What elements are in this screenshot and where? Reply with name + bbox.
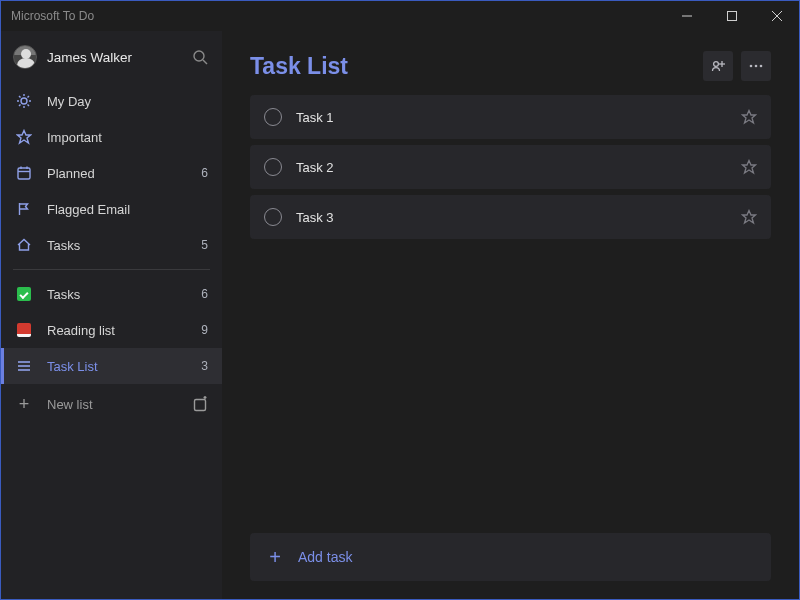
minimize-button[interactable] <box>664 1 709 31</box>
complete-checkbox[interactable] <box>264 108 282 126</box>
plus-icon: + <box>15 394 33 415</box>
svg-rect-16 <box>18 168 30 179</box>
add-task-label: Add task <box>298 549 352 565</box>
svg-point-4 <box>194 51 204 61</box>
sidebar-item-count: 6 <box>201 166 208 180</box>
sidebar-item-label: Tasks <box>47 238 187 253</box>
more-button[interactable] <box>741 51 771 81</box>
sidebar-item-important[interactable]: Important <box>1 119 222 155</box>
main-panel: Task List Task 1Task 2Task 3 + Ad <box>222 31 799 599</box>
sidebar-item-label: Tasks <box>47 287 187 302</box>
green-square-icon <box>15 285 33 303</box>
svg-line-14 <box>28 96 30 98</box>
star-icon[interactable] <box>741 209 757 225</box>
sidebar-item-count: 9 <box>201 323 208 337</box>
svg-point-6 <box>21 98 27 104</box>
profile-name: James Walker <box>47 50 182 65</box>
share-button[interactable] <box>703 51 733 81</box>
star-icon[interactable] <box>741 159 757 175</box>
calendar-icon <box>15 164 33 182</box>
task-row[interactable]: Task 3 <box>250 195 771 239</box>
add-task-button[interactable]: + Add task <box>250 533 771 581</box>
star-icon[interactable] <box>741 109 757 125</box>
close-button[interactable] <box>754 1 799 31</box>
new-group-icon[interactable] <box>192 395 210 413</box>
search-icon[interactable] <box>192 49 208 65</box>
sidebar-item-count: 5 <box>201 238 208 252</box>
svg-marker-33 <box>743 111 756 124</box>
sidebar-item-label: Important <box>47 130 194 145</box>
svg-point-27 <box>714 62 719 67</box>
window-title: Microsoft To Do <box>11 9 94 23</box>
svg-point-30 <box>750 65 753 68</box>
task-row[interactable]: Task 1 <box>250 95 771 139</box>
svg-line-13 <box>19 105 21 107</box>
svg-line-12 <box>28 105 30 107</box>
svg-rect-24 <box>195 400 206 411</box>
sun-icon <box>15 92 33 110</box>
maximize-button[interactable] <box>709 1 754 31</box>
task-label: Task 3 <box>296 210 727 225</box>
sidebar-item-flagged-email[interactable]: Flagged Email <box>1 191 222 227</box>
sidebar-item-label: My Day <box>47 94 194 109</box>
page-title[interactable]: Task List <box>250 53 703 80</box>
svg-rect-1 <box>727 12 736 21</box>
flag-icon <box>15 200 33 218</box>
new-list-button[interactable]: + New list <box>1 384 222 424</box>
task-row[interactable]: Task 2 <box>250 145 771 189</box>
complete-checkbox[interactable] <box>264 208 282 226</box>
list-icon <box>15 357 33 375</box>
sidebar: James Walker My DayImportantPlanned6Flag… <box>1 31 222 599</box>
new-list-label: New list <box>47 397 178 412</box>
divider <box>13 269 210 270</box>
sidebar-item-my-day[interactable]: My Day <box>1 83 222 119</box>
titlebar: Microsoft To Do <box>1 1 799 31</box>
sidebar-item-count: 6 <box>201 287 208 301</box>
sidebar-item-tasks[interactable]: Tasks6 <box>1 276 222 312</box>
sidebar-item-tasks[interactable]: Tasks5 <box>1 227 222 263</box>
svg-point-32 <box>760 65 763 68</box>
svg-point-31 <box>755 65 758 68</box>
sidebar-item-reading-list[interactable]: Reading list9 <box>1 312 222 348</box>
profile-row[interactable]: James Walker <box>1 31 222 83</box>
svg-line-11 <box>19 96 21 98</box>
star-icon <box>15 128 33 146</box>
plus-icon: + <box>266 547 284 567</box>
home-icon <box>15 236 33 254</box>
sidebar-item-label: Task List <box>47 359 187 374</box>
complete-checkbox[interactable] <box>264 158 282 176</box>
sidebar-item-planned[interactable]: Planned6 <box>1 155 222 191</box>
svg-marker-15 <box>18 131 31 144</box>
sidebar-item-label: Flagged Email <box>47 202 194 217</box>
sidebar-item-label: Planned <box>47 166 187 181</box>
sidebar-item-label: Reading list <box>47 323 187 338</box>
task-label: Task 2 <box>296 160 727 175</box>
svg-marker-34 <box>743 161 756 174</box>
task-label: Task 1 <box>296 110 727 125</box>
avatar <box>13 45 37 69</box>
svg-line-5 <box>203 60 207 64</box>
sidebar-item-task-list[interactable]: Task List3 <box>1 348 222 384</box>
svg-marker-35 <box>743 211 756 224</box>
sidebar-item-count: 3 <box>201 359 208 373</box>
red-square-icon <box>15 321 33 339</box>
